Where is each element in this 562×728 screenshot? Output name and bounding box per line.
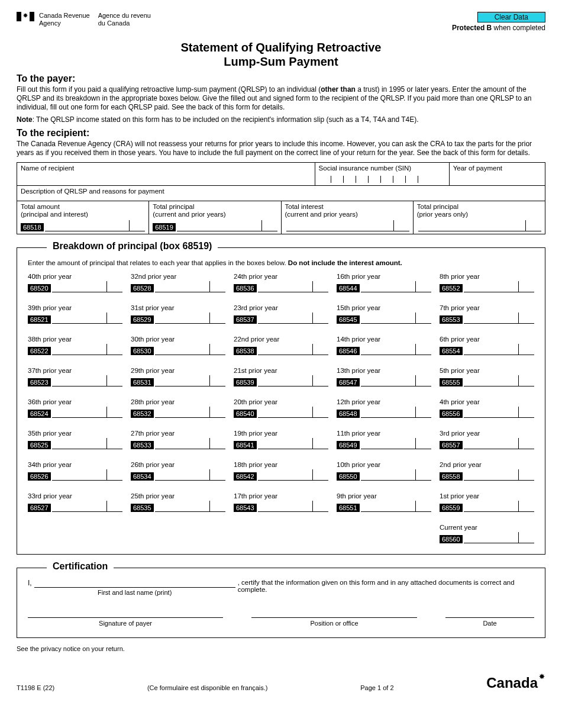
prior-year-amount-input[interactable] [464,375,518,386]
date-input[interactable] [445,616,534,618]
prior-year-cents-input[interactable] [415,469,431,481]
current-year-cents-input[interactable] [518,532,534,543]
prior-year-cents-input[interactable] [518,281,534,292]
prior-year-cents-input[interactable] [415,407,431,418]
prior-year-cents-input[interactable] [312,407,328,418]
prior-year-amount-input[interactable] [52,407,106,418]
prior-year-cents-input[interactable] [415,438,431,449]
cert-name-input[interactable] [34,579,235,588]
prior-year-cents-input[interactable] [312,313,328,324]
prior-year-cents-input[interactable] [209,375,225,386]
prior-year-amount-input[interactable] [52,501,106,512]
name-of-recipient-cell[interactable]: Name of recipient [17,163,315,185]
prior-year-cents-input[interactable] [312,281,328,292]
prior-year-amount-input[interactable] [52,313,106,324]
prior-year-amount-input[interactable] [155,313,209,324]
signature-input[interactable] [28,616,223,618]
prior-year-amount-input[interactable] [52,281,106,292]
total-amount-input[interactable] [45,220,130,231]
prior-year-amount-input[interactable] [464,281,518,292]
prior-year-cents-input[interactable] [106,469,122,481]
prior-year-amount-input[interactable] [464,438,518,449]
prior-year-cents-input[interactable] [209,469,225,481]
sin-cell[interactable]: Social insurance number (SIN) [315,163,450,185]
prior-year-cents-input[interactable] [209,438,225,449]
prior-year-amount-input[interactable] [361,281,415,292]
prior-year-amount-input[interactable] [361,407,415,418]
prior-year-amount-input[interactable] [155,281,209,292]
prior-year-amount-input[interactable] [258,344,312,355]
prior-year-cents-input[interactable] [106,375,122,386]
prior-year-amount-input[interactable] [155,469,209,481]
prior-year-cents-input[interactable] [518,407,534,418]
prior-year-amount-input[interactable] [464,344,518,355]
prior-year-cents-input[interactable] [312,375,328,386]
prior-year-amount-input[interactable] [155,438,209,449]
description-cell[interactable]: Description of QRLSP and reasons for pay… [17,186,545,201]
prior-year-cents-input[interactable] [209,407,225,418]
prior-year-amount-input[interactable] [155,375,209,386]
prior-year-amount-input[interactable] [155,501,209,512]
prior-year-cents-input[interactable] [209,313,225,324]
prior-year-cents-input[interactable] [415,501,431,512]
prior-year-cents-input[interactable] [415,281,431,292]
prior-year-amount-input[interactable] [258,469,312,481]
prior-year-amount-input[interactable] [361,501,415,512]
prior-year-cents-input[interactable] [312,469,328,481]
prior-year-cents-input[interactable] [415,375,431,386]
prior-year-cents-input[interactable] [209,501,225,512]
prior-year-cents-input[interactable] [209,344,225,355]
prior-year-cents-input[interactable] [312,344,328,355]
prior-year-cents-input[interactable] [518,313,534,324]
prior-year-cents-input[interactable] [106,313,122,324]
prior-year-cents-input[interactable] [106,407,122,418]
prior-year-cents-input[interactable] [106,438,122,449]
prior-year-amount-input[interactable] [361,313,415,324]
prior-year-cents-input[interactable] [312,501,328,512]
total-amount-input[interactable] [286,220,393,231]
prior-year-amount-input[interactable] [155,344,209,355]
prior-year-amount-input[interactable] [361,375,415,386]
prior-year-amount-input[interactable] [52,438,106,449]
clear-data-button[interactable]: Clear Data [477,12,545,22]
prior-year-amount-input[interactable] [258,438,312,449]
prior-year-amount-input[interactable] [258,313,312,324]
total-cents-input[interactable] [261,220,277,231]
total-cents-input[interactable] [525,220,541,231]
prior-year-amount-input[interactable] [52,469,106,481]
prior-year-amount-input[interactable] [155,407,209,418]
prior-year-cents-input[interactable] [518,375,534,386]
prior-year-cents-input[interactable] [106,501,122,512]
prior-year-amount-input[interactable] [52,344,106,355]
prior-year-cents-input[interactable] [518,469,534,481]
prior-year-cents-input[interactable] [415,344,431,355]
prior-year-amount-input[interactable] [464,501,518,512]
prior-year-cents-input[interactable] [518,344,534,355]
total-amount-input[interactable] [418,220,525,231]
year-of-payment-cell[interactable]: Year of payment [450,163,545,185]
prior-year-amount-input[interactable] [258,501,312,512]
prior-year-cents-input[interactable] [518,438,534,449]
prior-year-cents-input[interactable] [518,501,534,512]
prior-year-cents-input[interactable] [106,344,122,355]
prior-year-amount-input[interactable] [464,313,518,324]
total-amount-input[interactable] [177,220,261,231]
current-year-amount-input[interactable] [464,532,518,543]
sin-input-ticks[interactable] [319,173,445,183]
prior-year-amount-input[interactable] [361,469,415,481]
total-cents-input[interactable] [129,220,145,231]
prior-year-amount-input[interactable] [258,281,312,292]
prior-year-amount-input[interactable] [361,438,415,449]
total-cents-input[interactable] [393,220,409,231]
prior-year-cents-input[interactable] [106,281,122,292]
prior-year-amount-input[interactable] [464,407,518,418]
prior-year-amount-input[interactable] [464,469,518,481]
prior-year-amount-input[interactable] [258,407,312,418]
prior-year-cents-input[interactable] [312,438,328,449]
prior-year-amount-input[interactable] [52,375,106,386]
prior-year-cents-input[interactable] [209,281,225,292]
position-input[interactable] [251,616,417,618]
prior-year-amount-input[interactable] [361,344,415,355]
prior-year-amount-input[interactable] [258,375,312,386]
prior-year-cents-input[interactable] [415,313,431,324]
